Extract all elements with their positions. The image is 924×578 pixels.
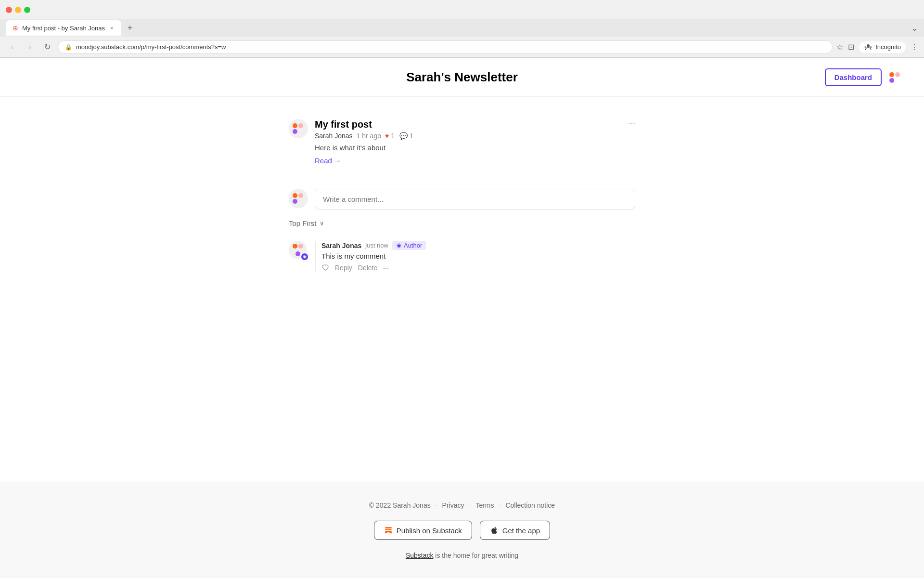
read-link[interactable]: Read → (315, 157, 341, 165)
dashboard-button[interactable]: Dashboard (825, 68, 882, 86)
comment-author-name[interactable]: Sarah Jonas (321, 242, 361, 250)
post-more-button[interactable]: ··· (629, 119, 635, 128)
comment-heart-icon (321, 264, 329, 272)
comment-inner: Sarah Jonas just now Author (316, 241, 635, 272)
url-bar[interactable]: 🔒 moodjoy.substack.com/p/my-first-post/c… (58, 40, 833, 53)
comment-number: 1 (410, 132, 413, 140)
incognito-icon (864, 43, 873, 52)
post-avatar-dot-2 (298, 123, 303, 128)
close-window-button[interactable] (6, 7, 12, 13)
tab-title-text: My first post - by Sarah Jonas (22, 25, 105, 32)
page: Sarah's Newsletter Dashboard (0, 58, 924, 578)
post-title: My first post (315, 119, 622, 130)
extensions-icon[interactable]: ⊡ (848, 42, 854, 52)
commenter-avatar-dot-1 (293, 193, 297, 198)
browser-more-button[interactable]: ⋮ (911, 42, 918, 52)
comment-border: Sarah Jonas just now Author (315, 241, 635, 272)
avatar-dot-purple (889, 78, 894, 83)
commenter-avatar (289, 189, 308, 208)
publish-label: Publish on Substack (397, 526, 462, 535)
author-tag: Author (392, 241, 426, 250)
substack-icon (384, 526, 393, 535)
post-description: Here is what it's about (315, 144, 622, 152)
footer-tagline: Substack is the home for great writing (10, 552, 914, 559)
author-badge-icon (302, 254, 307, 259)
get-app-button[interactable]: Get the app (480, 521, 550, 540)
site-title: Sarah's Newsletter (406, 70, 518, 85)
substack-tagline-link[interactable]: Substack (406, 552, 434, 559)
comment-count: 💬 1 (399, 132, 413, 140)
apple-icon (490, 526, 499, 535)
address-bar-actions: ☆ ⊡ Incognito ⋮ (836, 41, 918, 53)
browser-titlebar (0, 0, 924, 19)
back-button[interactable]: ‹ (6, 40, 19, 54)
comment-like-button[interactable] (321, 264, 329, 272)
post-time: 1 hr ago (357, 132, 381, 140)
post-card: My first post Sarah Jonas 1 hr ago ♥ 1 💬… (289, 111, 635, 177)
comment-author-avatar (289, 241, 308, 260)
comment-content: Sarah Jonas just now Author (314, 241, 635, 272)
bookmark-icon[interactable]: ☆ (836, 42, 843, 52)
publish-on-substack-button[interactable]: Publish on Substack (374, 521, 472, 540)
traffic-lights (6, 7, 30, 13)
svg-rect-6 (385, 529, 392, 530)
author-tag-icon (396, 243, 402, 249)
footer-dot-3: · (499, 501, 501, 509)
terms-link[interactable]: Terms (475, 501, 494, 509)
app-label: Get the app (502, 526, 540, 535)
svg-rect-5 (385, 527, 392, 528)
minimize-window-button[interactable] (15, 7, 21, 13)
incognito-badge: Incognito (859, 41, 906, 53)
post-avatar-dot-1 (293, 123, 297, 128)
svg-rect-2 (870, 46, 872, 47)
browser-chrome: ⊕ My first post - by Sarah Jonas × + ⌄ ‹… (0, 0, 924, 58)
forward-button[interactable]: › (23, 40, 37, 54)
post-author-name[interactable]: Sarah Jonas (315, 132, 353, 140)
reply-button[interactable]: Reply (335, 264, 352, 272)
user-avatar[interactable] (887, 69, 905, 86)
post-byline: Sarah Jonas 1 hr ago ♥ 1 💬 1 (315, 132, 622, 140)
comment-icon: 💬 (399, 132, 408, 140)
lock-icon: 🔒 (65, 44, 72, 51)
comment-item: Sarah Jonas just now Author (289, 235, 635, 277)
heart-icon: ♥ (385, 132, 389, 140)
comment-avatar-dot-2 (298, 244, 303, 249)
footer-dot-2: · (469, 501, 471, 509)
refresh-button[interactable]: ↻ (40, 40, 54, 54)
avatar-dot-pink (895, 72, 900, 77)
delete-button[interactable]: Delete (358, 264, 377, 272)
comment-text: This is my comment (321, 252, 635, 260)
author-badge (300, 252, 309, 261)
tagline-text: is the home for great writing (435, 552, 518, 559)
site-header: Sarah's Newsletter Dashboard (0, 58, 924, 97)
comment-avatar-dot-3 (295, 251, 300, 256)
like-number: 1 (391, 132, 395, 140)
post-avatar-dot-3 (293, 129, 297, 134)
active-tab[interactable]: ⊕ My first post - by Sarah Jonas × (6, 20, 121, 36)
new-tab-button[interactable]: + (123, 21, 137, 35)
comment-time: just now (365, 242, 388, 249)
comment-actions: Reply Delete ··· (321, 264, 635, 272)
address-bar: ‹ › ↻ 🔒 moodjoy.substack.com/p/my-first-… (0, 37, 924, 58)
sort-bar[interactable]: Top First ∨ (289, 219, 635, 227)
footer-cta: Publish on Substack Get the app (10, 521, 914, 540)
comment-meta: Sarah Jonas just now Author (321, 241, 635, 250)
comment-input-area (289, 189, 635, 210)
comment-more-button[interactable]: ··· (383, 264, 389, 272)
tabs-expand-button[interactable]: ⌄ (911, 23, 918, 33)
footer-links: © 2022 Sarah Jonas · Privacy · Terms · C… (10, 501, 914, 509)
post-meta: My first post Sarah Jonas 1 hr ago ♥ 1 💬… (315, 119, 622, 165)
comment-section: Top First ∨ (289, 177, 635, 277)
privacy-link[interactable]: Privacy (442, 501, 464, 509)
post-stats: ♥ 1 💬 1 (385, 132, 413, 140)
tagline-prefix: Substack (406, 552, 434, 559)
sort-chevron-icon: ∨ (320, 220, 324, 227)
page-footer: © 2022 Sarah Jonas · Privacy · Terms · C… (0, 482, 924, 578)
tab-close-button[interactable]: × (108, 24, 116, 32)
maximize-window-button[interactable] (24, 7, 30, 13)
post-header: My first post Sarah Jonas 1 hr ago ♥ 1 💬… (289, 119, 635, 165)
comment-input[interactable] (315, 189, 635, 210)
header-actions: Dashboard (825, 68, 905, 86)
author-tag-label: Author (404, 242, 422, 249)
collection-notice-link[interactable]: Collection notice (505, 501, 555, 509)
